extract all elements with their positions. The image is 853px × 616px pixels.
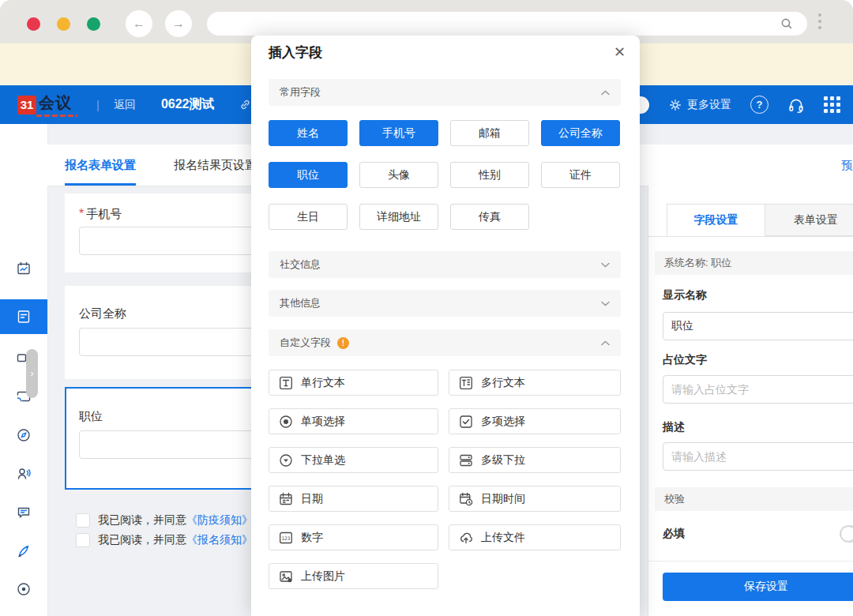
common-field-birthday[interactable]: 生日 — [269, 204, 348, 230]
close-window-button[interactable] — [27, 17, 40, 31]
minimize-window-button[interactable] — [57, 17, 70, 31]
sidebar-item-record[interactable] — [0, 572, 47, 607]
panel-divider — [648, 561, 853, 562]
attendee-voice-icon — [16, 466, 32, 482]
warning-badge: ! — [337, 337, 349, 349]
common-field-phone[interactable]: 手机号 — [359, 120, 438, 146]
datetime-icon — [459, 492, 473, 506]
panel-expand-handle[interactable]: › — [26, 349, 38, 398]
svg-text:123: 123 — [281, 535, 290, 540]
app-logo: 31 会议 — [17, 92, 77, 117]
common-field-gender[interactable]: 性别 — [450, 162, 529, 188]
checkbox-icon — [459, 415, 473, 429]
sidebar-item-form[interactable] — [0, 299, 47, 334]
type-upload-image[interactable]: 上传图片 — [269, 563, 438, 589]
sidebar-item-signature[interactable] — [0, 534, 47, 569]
sidebar-item-cast[interactable] — [0, 379, 47, 414]
agreement-link[interactable]: 《报名须知》 — [186, 533, 253, 547]
type-datetime[interactable]: 日期时间 — [449, 486, 621, 512]
browser-forward-button[interactable]: → — [165, 10, 192, 37]
type-multi-choice[interactable]: 多项选择 — [449, 408, 621, 434]
active-tab-underline — [65, 183, 136, 186]
type-label: 多项选择 — [481, 415, 525, 429]
sidebar-item-comments[interactable] — [0, 495, 47, 530]
form-icon — [16, 309, 32, 325]
save-settings-button[interactable]: 保存设置 — [663, 573, 853, 601]
gear-icon — [668, 98, 682, 112]
tab-form-settings[interactable]: 表单设置 — [765, 204, 853, 236]
insert-field-modal: 插入字段 ✕ 常用字段 姓名 手机号 邮箱 公司全称 职位 头像 性别 证件 生… — [251, 36, 640, 616]
agreement-link[interactable]: 《防疫须知》 — [186, 513, 253, 528]
placeholder-input[interactable] — [663, 375, 853, 404]
sidebar-item-video[interactable] — [0, 340, 47, 375]
section-custom-fields[interactable]: 自定义字段 ! — [269, 329, 621, 356]
agreement-text: 我已阅读，并同意 — [98, 513, 186, 528]
section-social-info[interactable]: 社交信息 — [269, 251, 621, 278]
sidebar-item-attendees[interactable] — [0, 456, 47, 491]
common-field-address[interactable]: 详细地址 — [359, 204, 438, 230]
type-label: 上传图片 — [301, 569, 345, 584]
address-bar[interactable] — [207, 12, 807, 36]
tab-divider — [648, 236, 853, 237]
description-input[interactable] — [663, 442, 853, 471]
comment-icon — [16, 505, 32, 520]
link-icon — [239, 98, 252, 111]
compass-icon — [16, 427, 32, 443]
type-upload-file[interactable]: 上传文件 — [449, 524, 621, 550]
sidebar-item-compass[interactable] — [0, 418, 47, 453]
display-name-input[interactable] — [663, 312, 853, 340]
single-line-text-icon — [279, 376, 293, 390]
pen-icon — [16, 543, 32, 559]
browser-back-button[interactable]: ← — [126, 10, 152, 37]
preview-flow-link[interactable]: 预览报名流程 — [841, 145, 853, 186]
apps-grid-icon[interactable] — [824, 96, 840, 113]
checkbox[interactable] — [76, 513, 90, 528]
help-icon[interactable]: ? — [750, 96, 768, 114]
checkbox[interactable] — [76, 533, 90, 547]
type-label: 日期时间 — [481, 492, 525, 506]
type-date[interactable]: 日期 — [269, 486, 438, 512]
common-field-name[interactable]: 姓名 — [269, 120, 348, 146]
common-field-company[interactable]: 公司全称 — [541, 120, 620, 146]
section-title: 社交信息 — [280, 257, 321, 272]
common-field-id[interactable]: 证件 — [541, 162, 620, 188]
sidebar-item-calendar[interactable] — [0, 251, 47, 286]
common-field-avatar[interactable]: 头像 — [359, 162, 438, 188]
sidebar-item-monitor[interactable] — [0, 610, 47, 616]
common-field-email[interactable]: 邮箱 — [450, 120, 529, 146]
tab-registration-form-settings[interactable]: 报名表单设置 — [65, 145, 136, 186]
more-settings-button[interactable]: 更多设置 — [668, 98, 731, 112]
more-settings-label: 更多设置 — [687, 98, 731, 112]
type-label: 下拉单选 — [301, 453, 345, 468]
section-other-info[interactable]: 其他信息 — [269, 290, 621, 317]
logo-name: 会议 — [39, 92, 72, 114]
search-icon[interactable] — [780, 17, 793, 30]
type-number[interactable]: 123 数字 — [269, 524, 438, 550]
section-title: 自定义字段 — [280, 336, 331, 350]
tab-field-settings[interactable]: 字段设置 — [667, 204, 765, 236]
tab-registration-result-settings[interactable]: 报名结果页设置 — [174, 145, 257, 186]
back-link[interactable]: 返回 — [114, 98, 136, 112]
chevron-down-icon — [601, 301, 610, 306]
section-common-fields[interactable]: 常用字段 — [269, 79, 621, 106]
event-title: 0622测试 — [161, 96, 215, 113]
type-multi-line-text[interactable]: 多行文本 — [449, 370, 621, 396]
maximize-window-button[interactable] — [87, 17, 100, 31]
placeholder-label: 占位文字 — [663, 353, 707, 367]
common-field-fax[interactable]: 传真 — [450, 204, 529, 230]
common-field-position[interactable]: 职位 — [269, 162, 348, 188]
headset-icon[interactable] — [787, 96, 805, 114]
type-single-line-text[interactable]: 单行文本 — [269, 370, 438, 396]
agreement-row: 我已阅读，并同意 《报名须知》 和 — [76, 533, 264, 547]
field-label: 职位 — [79, 409, 103, 424]
agreement-row: 我已阅读，并同意 《防疫须知》 — [76, 513, 253, 528]
browser-menu-icon[interactable] — [818, 10, 821, 32]
type-label: 多行文本 — [481, 376, 525, 390]
required-toggle[interactable] — [840, 525, 853, 543]
type-cascade-dropdown[interactable]: 多级下拉 — [449, 447, 621, 473]
section-title: 其他信息 — [280, 296, 321, 310]
type-single-choice[interactable]: 单项选择 — [269, 408, 438, 434]
tab-label: 报名表单设置 — [65, 158, 136, 171]
close-icon[interactable]: ✕ — [614, 43, 626, 61]
type-dropdown-single[interactable]: 下拉单选 — [269, 447, 438, 473]
